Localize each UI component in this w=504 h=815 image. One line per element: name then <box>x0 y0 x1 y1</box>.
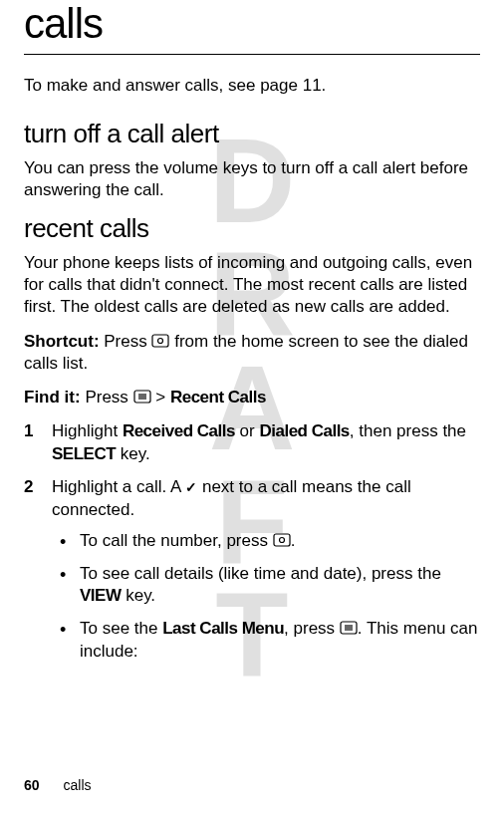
step1-g: key. <box>116 444 150 463</box>
findit-label: Find it: <box>24 388 81 407</box>
page-title: calls <box>24 0 480 55</box>
step1-e: , then press the <box>350 421 466 440</box>
shortcut-label: Shortcut: <box>24 332 100 351</box>
step-2: Highlight a call. A ✓ next to a call mea… <box>24 476 480 665</box>
send-key-icon <box>151 332 169 350</box>
step1-b: Received Calls <box>123 421 235 440</box>
b2-b: VIEW <box>80 586 121 605</box>
b1-b: . <box>291 531 296 550</box>
footer-section: calls <box>64 777 92 793</box>
b2-c: key. <box>121 586 155 605</box>
page-content: calls To make and answer calls, see page… <box>24 0 480 664</box>
bullet-1: To call the number, press . <box>52 530 480 553</box>
svg-point-7 <box>279 537 284 542</box>
b2-a: To see call details (like time and date)… <box>80 564 441 583</box>
section-heading-recent: recent calls <box>24 213 480 244</box>
section-heading-turn-off: turn off a call alert <box>24 119 480 149</box>
menu-key-icon <box>340 619 358 637</box>
turn-off-body: You can press the volume keys to turn of… <box>24 157 480 201</box>
svg-rect-6 <box>274 534 290 546</box>
step-1: Highlight Received Calls or Dialed Calls… <box>24 420 480 466</box>
page-footer: 60calls <box>24 777 92 793</box>
step1-a: Highlight <box>52 421 123 440</box>
shortcut-line: Shortcut: Press from the home screen to … <box>24 331 480 375</box>
send-key-icon <box>273 531 291 549</box>
findit-line: Find it: Press > Recent Calls <box>24 387 480 408</box>
svg-point-1 <box>158 338 163 343</box>
findit-pre: Press <box>81 388 133 407</box>
bullet-3: To see the Last Calls Menu, press . This… <box>52 618 480 664</box>
steps-list: Highlight Received Calls or Dialed Calls… <box>24 420 480 664</box>
step1-c: or <box>235 421 260 440</box>
step1-d: Dialed Calls <box>259 421 349 440</box>
recent-body: Your phone keeps lists of incoming and o… <box>24 252 480 318</box>
b3-c: , press <box>284 619 340 638</box>
page-number: 60 <box>24 777 40 793</box>
b3-b: Last Calls Menu <box>162 619 284 638</box>
checkmark-icon: ✓ <box>185 478 197 497</box>
sub-bullets: To call the number, press . To see call … <box>52 530 480 665</box>
findit-menu: Recent Calls <box>170 388 266 407</box>
menu-key-icon <box>133 388 151 406</box>
bullet-2: To see call details (like time and date)… <box>52 563 480 609</box>
svg-rect-0 <box>152 335 168 347</box>
b3-a: To see the <box>80 619 162 638</box>
shortcut-pre: Press <box>100 332 152 351</box>
step2-a: Highlight a call. A <box>52 477 185 496</box>
intro-paragraph: To make and answer calls, see page 11. <box>24 75 480 97</box>
b1-a: To call the number, press <box>80 531 273 550</box>
findit-sep: > <box>151 388 170 407</box>
step1-f: SELECT <box>52 444 116 463</box>
